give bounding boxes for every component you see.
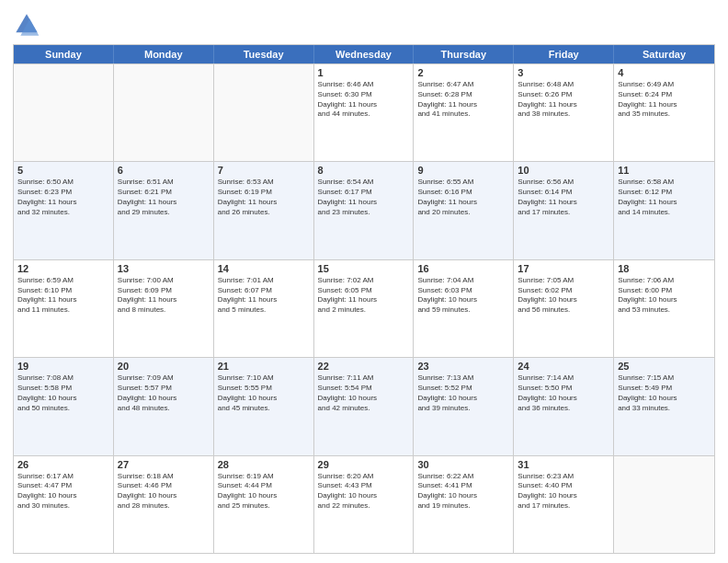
calendar-day-22: 22Sunrise: 7:11 AMSunset: 5:54 PMDayligh… [314, 358, 415, 454]
cell-line: Sunrise: 6:17 AM [17, 472, 109, 482]
calendar-day-4: 4Sunrise: 6:49 AMSunset: 6:24 PMDaylight… [614, 64, 714, 161]
calendar-day-18: 18Sunrise: 7:06 AMSunset: 6:00 PMDayligh… [614, 260, 714, 357]
cell-line: Sunrise: 7:06 AM [618, 276, 711, 286]
day-number: 8 [318, 165, 410, 176]
calendar-day-3: 3Sunrise: 6:48 AMSunset: 6:26 PMDaylight… [514, 64, 614, 161]
cell-line: Sunrise: 7:02 AM [318, 276, 410, 286]
day-number: 16 [417, 263, 509, 274]
cell-line: and 30 minutes. [17, 501, 109, 511]
calendar-day-10: 10Sunrise: 6:56 AMSunset: 6:14 PMDayligh… [514, 162, 614, 259]
cell-line: Sunset: 6:19 PM [218, 188, 310, 198]
cell-line: and 19 minutes. [417, 501, 509, 511]
cell-line: and 44 minutes. [318, 109, 410, 120]
day-number: 2 [417, 67, 509, 78]
calendar-day-11: 11Sunrise: 6:58 AMSunset: 6:12 PMDayligh… [614, 162, 714, 259]
calendar-day-26: 26Sunrise: 6:17 AMSunset: 4:47 PMDayligh… [14, 456, 114, 553]
day-number: 4 [618, 67, 711, 78]
cell-line: Daylight: 11 hours [518, 198, 609, 208]
weekday-header-wednesday: Wednesday [314, 45, 415, 63]
cell-line: Sunset: 5:50 PM [518, 384, 609, 394]
day-number: 13 [118, 263, 210, 274]
cell-line: Sunrise: 6:22 AM [417, 472, 509, 482]
cell-line: Sunset: 6:14 PM [518, 188, 609, 198]
calendar-header: SundayMondayTuesdayWednesdayThursdayFrid… [14, 45, 714, 63]
cell-line: and 28 minutes. [118, 501, 210, 511]
cell-line: Sunrise: 7:00 AM [118, 276, 210, 286]
calendar-day-12: 12Sunrise: 6:59 AMSunset: 6:10 PMDayligh… [14, 260, 114, 357]
cell-line: Daylight: 10 hours [118, 394, 210, 404]
day-number: 18 [618, 263, 711, 274]
cell-line: Daylight: 11 hours [618, 198, 711, 208]
cell-line: Sunrise: 6:19 AM [218, 472, 310, 482]
day-number: 17 [518, 263, 609, 274]
day-number: 24 [518, 361, 609, 372]
cell-line: Sunset: 4:46 PM [118, 481, 210, 491]
calendar-day-9: 9Sunrise: 6:55 AMSunset: 6:16 PMDaylight… [414, 162, 514, 259]
cell-line: and 38 minutes. [518, 109, 609, 120]
cell-line: Sunset: 4:40 PM [518, 481, 609, 491]
logo [13, 11, 46, 39]
calendar-day-23: 23Sunrise: 7:13 AMSunset: 5:52 PMDayligh… [414, 358, 514, 454]
cell-line: and 5 minutes. [218, 305, 310, 316]
cell-line: Daylight: 11 hours [318, 100, 410, 110]
cell-line: and 48 minutes. [118, 404, 210, 414]
day-number: 23 [417, 361, 509, 372]
cell-line: Sunset: 6:05 PM [318, 286, 410, 296]
cell-line: and 33 minutes. [618, 404, 711, 414]
cell-line: Sunset: 5:55 PM [218, 384, 310, 394]
cell-line: and 45 minutes. [218, 404, 310, 414]
calendar-row-1: 5Sunrise: 6:50 AMSunset: 6:23 PMDaylight… [14, 161, 714, 259]
calendar-day-20: 20Sunrise: 7:09 AMSunset: 5:57 PMDayligh… [114, 358, 214, 454]
weekday-header-sunday: Sunday [14, 45, 114, 63]
cell-line: Daylight: 10 hours [318, 491, 410, 501]
day-number: 27 [118, 459, 210, 470]
day-number: 19 [17, 361, 109, 372]
calendar-body: 1Sunrise: 6:46 AMSunset: 6:30 PMDaylight… [14, 63, 714, 553]
cell-line: and 53 minutes. [618, 305, 711, 316]
logo-icon [13, 11, 40, 39]
calendar-row-3: 19Sunrise: 7:08 AMSunset: 5:58 PMDayligh… [14, 357, 714, 454]
cell-line: and 56 minutes. [518, 305, 609, 316]
cell-line: and 22 minutes. [318, 501, 410, 511]
day-number: 6 [118, 165, 210, 176]
cell-line: Daylight: 11 hours [17, 295, 109, 305]
cell-line: Sunset: 6:21 PM [118, 188, 210, 198]
calendar-day-21: 21Sunrise: 7:10 AMSunset: 5:55 PMDayligh… [214, 358, 314, 454]
cell-line: Daylight: 11 hours [318, 198, 410, 208]
cell-line: Sunrise: 7:09 AM [118, 373, 210, 384]
day-number: 20 [118, 361, 210, 372]
calendar-day-2: 2Sunrise: 6:47 AMSunset: 6:28 PMDaylight… [414, 64, 514, 161]
cell-line: Sunset: 6:07 PM [218, 286, 310, 296]
cell-line: and 36 minutes. [518, 404, 609, 414]
day-number: 21 [218, 361, 310, 372]
cell-line: Sunset: 6:23 PM [17, 188, 109, 198]
cell-line: and 17 minutes. [518, 208, 609, 218]
cell-line: Daylight: 11 hours [218, 198, 310, 208]
cell-line: Daylight: 11 hours [417, 100, 509, 110]
header [13, 11, 715, 39]
cell-line: Daylight: 10 hours [417, 295, 509, 305]
cell-line: Sunset: 5:57 PM [118, 384, 210, 394]
cell-line: and 20 minutes. [417, 208, 509, 218]
day-number: 26 [17, 459, 109, 470]
cell-line: Sunrise: 6:51 AM [118, 178, 210, 188]
cell-line: Sunset: 5:52 PM [417, 384, 509, 394]
calendar-row-4: 26Sunrise: 6:17 AMSunset: 4:47 PMDayligh… [14, 455, 714, 553]
day-number: 30 [417, 459, 509, 470]
calendar-day-30: 30Sunrise: 6:22 AMSunset: 4:41 PMDayligh… [414, 456, 514, 553]
cell-line: Sunset: 6:30 PM [318, 90, 410, 100]
cell-line: Sunset: 6:16 PM [417, 188, 509, 198]
day-number: 15 [318, 263, 410, 274]
weekday-header-saturday: Saturday [614, 45, 714, 63]
cell-line: and 42 minutes. [318, 404, 410, 414]
cell-line: and 35 minutes. [618, 109, 711, 120]
cell-line: and 29 minutes. [118, 208, 210, 218]
cell-line: Daylight: 11 hours [218, 295, 310, 305]
day-number: 3 [518, 67, 609, 78]
cell-line: Sunrise: 6:56 AM [518, 178, 609, 188]
cell-line: Sunset: 5:49 PM [618, 384, 711, 394]
day-number: 9 [417, 165, 509, 176]
calendar-empty-cell [114, 64, 214, 161]
calendar-day-27: 27Sunrise: 6:18 AMSunset: 4:46 PMDayligh… [114, 456, 214, 553]
cell-line: and 23 minutes. [318, 208, 410, 218]
